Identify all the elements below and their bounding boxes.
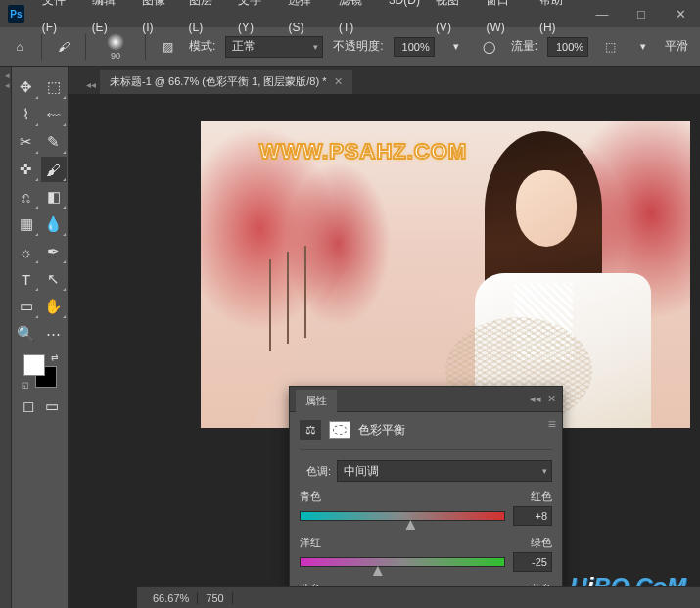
heal-tool[interactable]: ✜ bbox=[14, 157, 39, 182]
properties-panel: 属性 ◂◂ ✕ ≡ ⚖ 色彩平衡 色调: 中间调 bbox=[289, 386, 563, 608]
brush-panel-icon[interactable]: ▨ bbox=[156, 35, 179, 59]
dodge-tool[interactable]: ☼ bbox=[14, 239, 39, 264]
opacity-value[interactable]: 100% bbox=[394, 37, 435, 57]
move-tool[interactable]: ✥ bbox=[14, 74, 39, 100]
flow-value[interactable]: 100% bbox=[547, 37, 588, 57]
slider2-thumb[interactable] bbox=[373, 566, 383, 576]
document-image: WWW.PSAHZ.COM bbox=[201, 121, 690, 428]
edit-toolbar-tool[interactable]: ⋯ bbox=[41, 321, 67, 347]
shape-tool[interactable]: ▭ bbox=[14, 294, 39, 319]
expand-side-icon[interactable]: ◂◂ bbox=[0, 67, 14, 94]
opacity-label: 不透明度: bbox=[333, 38, 383, 55]
slider1-left-label: 青色 bbox=[300, 490, 321, 504]
slider1-right-label: 红色 bbox=[531, 490, 552, 504]
watermark-text: WWW.PSAHZ.COM bbox=[259, 139, 467, 164]
eraser-tool[interactable]: ◧ bbox=[41, 184, 67, 210]
quick-mask-row: ◻ ▭ bbox=[18, 396, 63, 417]
menu-help[interactable]: 帮助(H) bbox=[532, 0, 583, 41]
maximize-button[interactable]: □ bbox=[622, 0, 661, 27]
toolbox: ✥ ⬚ ⌇ ⬳ ✂ ✎ ✜ 🖌 ⎌ ◧ ▦ 💧 ☼ ✒ T ↖ ▭ ✋ 🔍 ⋯ … bbox=[12, 67, 69, 608]
cyan-red-slider[interactable] bbox=[300, 511, 505, 521]
slider2-right-label: 绿色 bbox=[531, 536, 552, 550]
document-tab-bar: ◂◂ 未标题-1 @ 66.7% (色彩平衡 1, 图层蒙版/8) * ✕ bbox=[69, 67, 700, 94]
home-icon[interactable]: ⌂ bbox=[8, 35, 31, 59]
document-tab-title: 未标题-1 @ 66.7% (色彩平衡 1, 图层蒙版/8) * bbox=[110, 74, 326, 89]
crop-tool[interactable]: ✂ bbox=[14, 129, 39, 155]
status-dimensions[interactable]: 750 bbox=[198, 592, 232, 604]
path-select-tool[interactable]: ↖ bbox=[41, 266, 67, 292]
menu-3d[interactable]: 3D(D) bbox=[381, 0, 428, 41]
type-tool[interactable]: T bbox=[14, 266, 39, 292]
panel-tab-properties[interactable]: 属性 bbox=[296, 390, 337, 412]
document-tab[interactable]: 未标题-1 @ 66.7% (色彩平衡 1, 图层蒙版/8) * ✕ bbox=[100, 70, 352, 94]
gradient-tool[interactable]: ▦ bbox=[14, 211, 39, 237]
color-swatches[interactable]: ⇄ ◱ bbox=[22, 352, 59, 390]
close-window-button[interactable]: ✕ bbox=[661, 0, 700, 27]
pressure-opacity-icon[interactable]: ◯ bbox=[478, 35, 501, 59]
layer-mask-icon[interactable] bbox=[329, 421, 350, 439]
clone-tool[interactable]: ⎌ bbox=[14, 184, 39, 210]
brush-tip-icon bbox=[107, 33, 124, 51]
swap-colors-icon[interactable]: ⇄ bbox=[51, 352, 59, 362]
status-bar: 66.67% 750 bbox=[137, 586, 700, 608]
brush-tool[interactable]: 🖌 bbox=[41, 157, 67, 182]
title-bar: Ps 文件(F) 编辑(E) 图像(I) 图层(L) 文字(Y) 选择(S) 滤… bbox=[0, 0, 700, 27]
panel-close-icon[interactable]: ✕ bbox=[547, 393, 556, 405]
foreground-color-swatch[interactable] bbox=[23, 354, 45, 376]
brush-size-value: 90 bbox=[111, 51, 120, 61]
tone-select[interactable]: 中间调 bbox=[337, 460, 552, 482]
panel-header[interactable]: 属性 ◂◂ ✕ bbox=[290, 387, 562, 412]
mode-label: 模式: bbox=[189, 38, 215, 55]
balance-scale-icon: ⚖ bbox=[300, 420, 321, 440]
zoom-tool[interactable]: 🔍 bbox=[14, 321, 39, 347]
lasso-tool[interactable]: ⌇ bbox=[14, 102, 39, 127]
screen-mode-icon[interactable]: ▭ bbox=[41, 396, 63, 417]
pen-tool[interactable]: ✒ bbox=[41, 239, 67, 264]
quick-mask-icon[interactable]: ◻ bbox=[18, 396, 39, 417]
airbrush-icon[interactable]: ⬚ bbox=[598, 35, 622, 59]
minimize-button[interactable]: — bbox=[583, 0, 622, 27]
flow-dropdown-icon[interactable]: ▾ bbox=[631, 35, 655, 59]
window-controls: — □ ✕ bbox=[583, 0, 700, 27]
opacity-dropdown-icon[interactable]: ▾ bbox=[444, 35, 468, 59]
canvas-area: ◂◂ 未标题-1 @ 66.7% (色彩平衡 1, 图层蒙版/8) * ✕ WW… bbox=[69, 67, 700, 608]
smooth-label: 平滑 bbox=[665, 38, 688, 55]
app-logo: Ps bbox=[8, 5, 24, 23]
close-tab-icon[interactable]: ✕ bbox=[334, 75, 343, 88]
tab-chevron-icon[interactable]: ◂◂ bbox=[82, 75, 100, 94]
adjustment-name: 色彩平衡 bbox=[358, 422, 405, 439]
menu-filter[interactable]: 滤镜(T) bbox=[331, 0, 381, 41]
slider2-value[interactable]: -25 bbox=[513, 552, 552, 572]
image-subject bbox=[436, 131, 661, 428]
tool-preset-icon[interactable]: 🖌 bbox=[52, 35, 75, 59]
quick-select-tool[interactable]: ⬳ bbox=[41, 102, 67, 127]
tone-label: 色调: bbox=[300, 464, 331, 479]
slider1-thumb[interactable] bbox=[405, 520, 415, 530]
image-fence bbox=[269, 259, 271, 351]
blur-tool[interactable]: 💧 bbox=[41, 211, 67, 237]
status-zoom[interactable]: 66.67% bbox=[145, 592, 198, 604]
panel-collapse-icon[interactable]: ◂◂ bbox=[530, 393, 541, 405]
collapsed-side-panel[interactable]: ◂◂ bbox=[0, 67, 12, 608]
panel-menu-icon[interactable]: ≡ bbox=[548, 416, 556, 432]
default-colors-icon[interactable]: ◱ bbox=[22, 381, 29, 390]
brush-preview[interactable]: 90 bbox=[96, 30, 135, 64]
menu-layer[interactable]: 图层(L) bbox=[181, 0, 230, 41]
eyedropper-tool[interactable]: ✎ bbox=[41, 129, 67, 155]
marquee-tool[interactable]: ⬚ bbox=[41, 74, 67, 100]
slider1-value[interactable]: +8 bbox=[513, 506, 552, 526]
hand-tool[interactable]: ✋ bbox=[41, 294, 67, 319]
magenta-green-slider[interactable] bbox=[300, 557, 505, 567]
flow-label: 流量: bbox=[511, 38, 537, 55]
blend-mode-select[interactable]: 正常 bbox=[225, 36, 323, 58]
canvas[interactable]: WWW.PSAHZ.COM bbox=[201, 121, 690, 428]
slider2-left-label: 洋红 bbox=[300, 536, 321, 550]
